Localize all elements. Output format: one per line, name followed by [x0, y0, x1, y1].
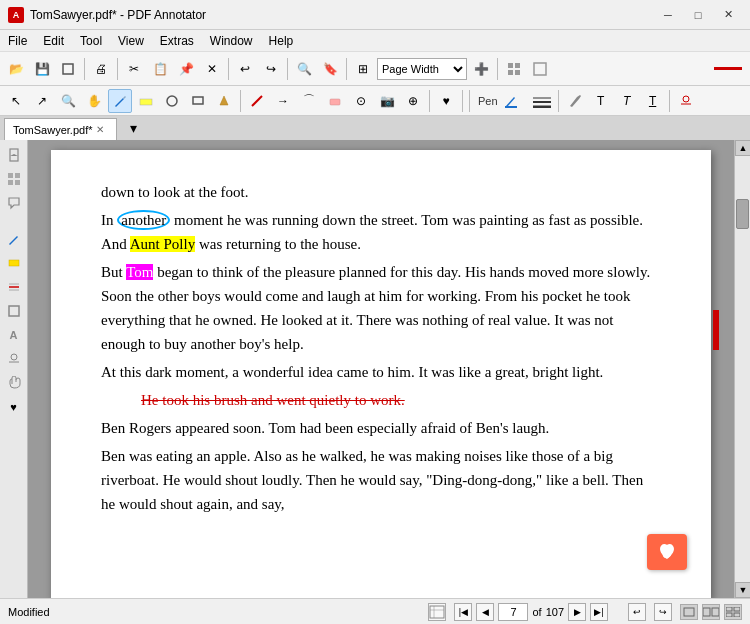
- sidebar-pen[interactable]: [3, 228, 25, 250]
- svg-rect-36: [734, 607, 740, 611]
- sidebar-text[interactable]: A: [3, 324, 25, 346]
- svg-rect-3: [508, 70, 513, 75]
- sidebar-strikethrough[interactable]: [3, 276, 25, 298]
- status-bar: Modified |◀ ◀ of 107 ▶ ▶| ↩ ↪: [0, 598, 750, 624]
- sidebar-hand[interactable]: [3, 372, 25, 394]
- line-tool[interactable]: [245, 89, 269, 113]
- toolbar-annotation: ↖ ↗ 🔍 ✋ → ⌒ ⊙ 📷 ⊕ ♥ Pen: [0, 86, 750, 116]
- heart-tool[interactable]: ♥: [434, 89, 458, 113]
- nav-icon-btn[interactable]: [428, 603, 446, 621]
- annotate-button[interactable]: [56, 57, 80, 81]
- tab-bar: TomSawyer.pdf* ✕ ▾: [0, 116, 750, 140]
- dual-page-view[interactable]: [702, 604, 720, 620]
- sidebar-stamp[interactable]: [3, 348, 25, 370]
- extra-tool[interactable]: ⊕: [401, 89, 425, 113]
- para-1: down to look at the foot.: [101, 180, 661, 204]
- cut-button[interactable]: ✂: [122, 57, 146, 81]
- pdf-page: down to look at the foot. In another mom…: [51, 150, 711, 598]
- page-marker: [713, 310, 719, 350]
- scroll-track[interactable]: [735, 156, 750, 582]
- prev-page-button[interactable]: ◀: [476, 603, 494, 621]
- maximize-button[interactable]: □: [684, 5, 712, 25]
- svg-rect-32: [684, 608, 694, 616]
- bookmark-button[interactable]: 🔖: [318, 57, 342, 81]
- highlighter-tool[interactable]: [134, 89, 158, 113]
- delete-button[interactable]: ✕: [200, 57, 224, 81]
- camera-tool[interactable]: 📷: [375, 89, 399, 113]
- connector-tool[interactable]: ⌒: [297, 89, 321, 113]
- undo-button[interactable]: ↩: [233, 57, 257, 81]
- sidebar-highlight[interactable]: [3, 252, 25, 274]
- arrow-tool[interactable]: ↗: [30, 89, 54, 113]
- stamp-btn[interactable]: [674, 89, 698, 113]
- paste-button[interactable]: 📌: [174, 57, 198, 81]
- sidebar-shapes[interactable]: [3, 300, 25, 322]
- current-page-input[interactable]: [498, 603, 528, 621]
- menu-view[interactable]: View: [110, 30, 152, 51]
- circled-word: another: [117, 210, 170, 230]
- menu-help[interactable]: Help: [261, 30, 302, 51]
- pencil-btn[interactable]: [563, 89, 587, 113]
- print-button[interactable]: 🖨: [89, 57, 113, 81]
- page-width-select[interactable]: Page Width Fit Page 50% 75% 100% 150%: [377, 58, 467, 80]
- eraser-tool[interactable]: [323, 89, 347, 113]
- select-tool[interactable]: ↖: [4, 89, 28, 113]
- pen-width-btn[interactable]: [530, 89, 554, 113]
- search-circle-tool[interactable]: ⊙: [349, 89, 373, 113]
- back-button[interactable]: ↩: [628, 603, 646, 621]
- arrow-draw-tool[interactable]: →: [271, 89, 295, 113]
- first-page-button[interactable]: |◀: [454, 603, 472, 621]
- new-tab-button[interactable]: ▾: [121, 116, 145, 140]
- menu-window[interactable]: Window: [202, 30, 261, 51]
- single-page-view[interactable]: [680, 604, 698, 620]
- find-button[interactable]: 🔍: [292, 57, 316, 81]
- main-area: A ♥ down to look at the foot. In another…: [0, 140, 750, 598]
- fill-tool[interactable]: [212, 89, 236, 113]
- sidebar-heart[interactable]: ♥: [3, 396, 25, 418]
- close-button[interactable]: ✕: [714, 5, 742, 25]
- scroll-thumb[interactable]: [736, 199, 749, 229]
- shape-tool[interactable]: [160, 89, 184, 113]
- minimize-button[interactable]: ─: [654, 5, 682, 25]
- forward-button[interactable]: ↪: [654, 603, 672, 621]
- text-btn[interactable]: T: [589, 89, 613, 113]
- copy-button[interactable]: 📋: [148, 57, 172, 81]
- svg-rect-19: [15, 173, 20, 178]
- highlighted-aunt-polly: Aunt Polly: [130, 236, 195, 252]
- scroll-down-button[interactable]: ▼: [735, 582, 750, 598]
- svg-rect-0: [63, 64, 73, 74]
- sidebar-annotations[interactable]: [3, 192, 25, 214]
- menu-edit[interactable]: Edit: [35, 30, 72, 51]
- rect-tool[interactable]: [186, 89, 210, 113]
- menu-extras[interactable]: Extras: [152, 30, 202, 51]
- menu-file[interactable]: File: [0, 30, 35, 51]
- pen-tool[interactable]: [108, 89, 132, 113]
- menu-tool[interactable]: Tool: [72, 30, 110, 51]
- save-button[interactable]: 💾: [30, 57, 54, 81]
- highlighted-tom: Tom: [126, 264, 153, 280]
- document-tab[interactable]: TomSawyer.pdf* ✕: [4, 118, 117, 140]
- redo-button[interactable]: ↪: [259, 57, 283, 81]
- para-6: Ben Rogers appeared soon. Tom had been e…: [101, 416, 661, 440]
- zoom-in-button[interactable]: ⊞: [351, 57, 375, 81]
- para-2: In another moment he was running down th…: [101, 208, 661, 256]
- svg-rect-21: [15, 180, 20, 185]
- annotation-float-button[interactable]: [647, 534, 687, 570]
- grid-view[interactable]: [724, 604, 742, 620]
- scroll-up-button[interactable]: ▲: [735, 140, 750, 156]
- tab-close-button[interactable]: ✕: [96, 124, 104, 135]
- sidebar-bookmark[interactable]: [3, 144, 25, 166]
- sep-ann6: [669, 90, 670, 112]
- hand-tool[interactable]: ✋: [82, 89, 106, 113]
- text-format-btn[interactable]: T: [615, 89, 639, 113]
- underline-btn[interactable]: T: [641, 89, 665, 113]
- open-button[interactable]: 📂: [4, 57, 28, 81]
- last-page-button[interactable]: ▶|: [590, 603, 608, 621]
- zoom-tool[interactable]: 🔍: [56, 89, 80, 113]
- pen-color-btn[interactable]: [504, 89, 528, 113]
- view-btn1[interactable]: [502, 57, 526, 81]
- zoom-out-button[interactable]: ➕: [469, 57, 493, 81]
- view-btn2[interactable]: [528, 57, 552, 81]
- sidebar-thumbnails[interactable]: [3, 168, 25, 190]
- next-page-button[interactable]: ▶: [568, 603, 586, 621]
